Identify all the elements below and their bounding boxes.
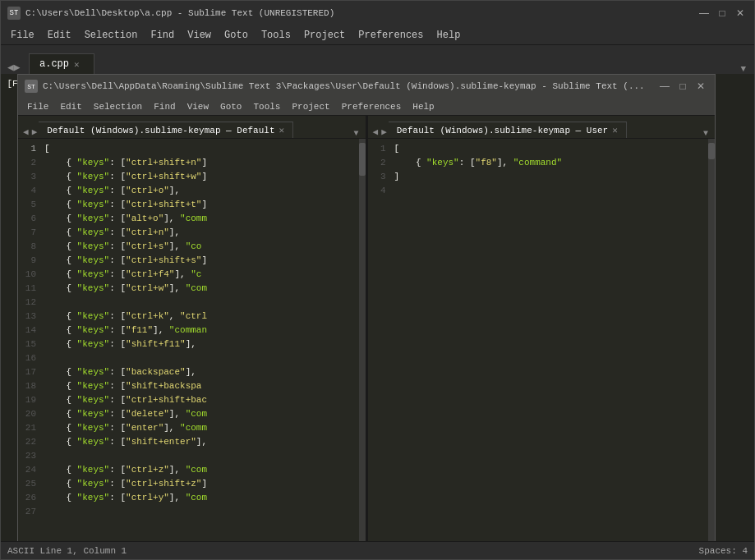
right-pane-content: 1 2 3 4 [ { "keys": ["f8"], "command" ] <box>368 139 716 541</box>
inner-maximize-button[interactable]: □ <box>675 79 690 94</box>
right-pane-code[interactable]: [ { "keys": ["f8"], "command" ] <box>391 139 709 541</box>
right-pane-tab-bar: ◀ ▶ Default (Windows).sublime-keymap — U… <box>368 116 716 139</box>
right-pane-scrollbar[interactable] <box>708 139 715 541</box>
tab-acpp-close[interactable]: ✕ <box>74 59 80 70</box>
menu-edit[interactable]: Edit <box>41 28 78 43</box>
menu-tools[interactable]: Tools <box>255 28 297 43</box>
inner-menu-preferences[interactable]: Preferences <box>336 101 407 112</box>
outer-title-bar: ST C:\Users\Dell\Desktop\a.cpp - Sublime… <box>1 1 754 25</box>
list-item: [ <box>394 142 706 156</box>
inner-editor-container: ◀ ▶ Default (Windows).sublime-keymap — D… <box>18 116 715 541</box>
list-item: { "keys": ["ctrl+z"], "com <box>44 463 356 477</box>
list-item: { "keys": ["alt+o"], "comm <box>44 212 356 226</box>
list-item: { "keys": ["delete"], "com <box>44 407 356 421</box>
menu-view[interactable]: View <box>181 28 218 43</box>
right-pane-dropdown[interactable]: ▼ <box>700 129 711 138</box>
inner-menu-goto[interactable]: Goto <box>214 101 247 112</box>
list-item <box>44 296 356 310</box>
inner-window: ST C:\Users\Dell\AppData\Roaming\Sublime… <box>17 74 716 541</box>
left-pane-tab-close[interactable]: ✕ <box>279 125 285 135</box>
right-pane-nav-right[interactable]: ▶ <box>380 126 389 138</box>
left-pane-scrollbar-thumb <box>359 143 366 176</box>
status-bar-left: ASCII Line 1, Column 1 <box>7 546 127 556</box>
list-item: { "keys": ["f11"], "comman <box>44 324 356 337</box>
right-pane-nav-left[interactable]: ◀ <box>371 126 380 138</box>
maximize-button[interactable]: □ <box>715 6 730 21</box>
right-pane-scrollbar-thumb <box>708 143 715 159</box>
right-pane-tab[interactable]: Default (Windows).sublime-keymap — User … <box>389 122 627 138</box>
list-item: { "keys": ["ctrl+shift+z"] <box>44 477 356 491</box>
left-pane-line-numbers: 1 2 3 4 5 6 7 8 9 10 11 12 13 <box>18 139 41 541</box>
list-item: { "keys": ["ctrl+k", "ctrl <box>44 310 356 324</box>
inner-menu-view[interactable]: View <box>182 101 214 112</box>
status-bar-right: Spaces: 4 <box>699 546 748 556</box>
list-item: { "keys": ["enter"], "comm <box>44 421 356 435</box>
list-item: { "keys": ["ctrl+shift+n"] <box>44 156 356 170</box>
left-pane-content: 1 2 3 4 5 6 7 8 9 10 11 12 13 <box>18 139 366 541</box>
window-controls: — □ ✕ <box>697 6 748 21</box>
outer-window-title: C:\Users\Dell\Desktop\a.cpp - Sublime Te… <box>25 8 334 18</box>
right-pane-tab-close[interactable]: ✕ <box>612 125 618 135</box>
list-item: [ <box>44 142 356 156</box>
app-icon: ST <box>7 7 21 20</box>
inner-app-icon: ST <box>25 80 38 93</box>
menu-selection[interactable]: Selection <box>78 28 145 43</box>
inner-menu-edit[interactable]: Edit <box>54 101 87 112</box>
tab-acpp[interactable]: a.cpp ✕ <box>29 53 94 74</box>
list-item <box>44 505 356 519</box>
inner-menu-help[interactable]: Help <box>407 101 440 112</box>
menu-project[interactable]: Project <box>297 28 352 43</box>
inner-close-button[interactable]: ✕ <box>693 79 708 94</box>
close-button[interactable]: ✕ <box>733 6 748 21</box>
list-item <box>44 351 356 365</box>
inner-menu-find[interactable]: Find <box>148 101 181 112</box>
list-item: { "keys": ["ctrl+s"], "co <box>44 240 356 254</box>
left-pane-nav-left[interactable]: ◀ <box>21 126 30 138</box>
list-item: { "keys": ["shift+backspa <box>44 379 356 393</box>
list-item: { "keys": ["ctrl+shift+bac <box>44 393 356 407</box>
editor-area: 4 5 6 7 8 9 10 11 12 13 #include <iostre… <box>1 74 754 541</box>
inner-minimize-button[interactable]: — <box>657 79 672 94</box>
left-pane-tab-bar: ◀ ▶ Default (Windows).sublime-keymap — D… <box>18 116 366 139</box>
inner-menu-selection[interactable]: Selection <box>88 101 148 112</box>
left-pane-scrollbar[interactable] <box>359 139 366 541</box>
outer-tab-bar: ◀ ▶ a.cpp ✕ ▼ <box>1 45 754 74</box>
left-pane: ◀ ▶ Default (Windows).sublime-keymap — D… <box>18 116 366 541</box>
outer-window: ST C:\Users\Dell\Desktop\a.cpp - Sublime… <box>0 0 755 560</box>
list-item: { "keys": ["backspace"], <box>44 365 356 379</box>
outer-menu-bar: File Edit Selection Find View Goto Tools… <box>1 25 754 45</box>
right-pane-tab-label: Default (Windows).sublime-keymap — User <box>397 126 608 135</box>
menu-preferences[interactable]: Preferences <box>352 28 430 43</box>
list-item: { "keys": ["ctrl+o"], <box>44 184 356 198</box>
list-item: { "keys": ["ctrl+n"], <box>44 226 356 240</box>
left-pane-tab-label: Default (Windows).sublime-keymap — Defau… <box>47 126 274 135</box>
menu-help[interactable]: Help <box>430 28 467 43</box>
menu-find[interactable]: Find <box>144 28 181 43</box>
list-item: { "keys": ["f8"], "command" <box>394 156 706 170</box>
minimize-button[interactable]: — <box>697 6 711 21</box>
inner-window-controls: — □ ✕ <box>657 79 708 94</box>
left-pane-tab[interactable]: Default (Windows).sublime-keymap — Defau… <box>39 122 293 138</box>
list-item: { "keys": ["ctrl+w"], "com <box>44 282 356 296</box>
menu-file[interactable]: File <box>4 28 41 43</box>
list-item <box>394 184 706 198</box>
list-item: { "keys": ["ctrl+y"], "com <box>44 491 356 505</box>
inner-menu-project[interactable]: Project <box>286 101 335 112</box>
inner-menu-tools[interactable]: Tools <box>247 101 286 112</box>
right-pane-line-numbers: 1 2 3 4 <box>368 139 391 541</box>
tab-dropdown-arrow[interactable]: ▼ <box>735 64 751 74</box>
tab-acpp-label: a.cpp <box>39 58 69 70</box>
list-item: { "keys": ["ctrl+shift+t"] <box>44 198 356 212</box>
inner-menu-file[interactable]: File <box>21 101 54 112</box>
nav-arrow-left[interactable]: ◀ <box>7 61 14 74</box>
inner-menu-bar: File Edit Selection Find View Goto Tools… <box>18 98 715 116</box>
list-item: { "keys": ["ctrl+shift+w"] <box>44 170 356 184</box>
left-pane-dropdown[interactable]: ▼ <box>350 129 361 138</box>
list-item: { "keys": ["ctrl+shift+s"] <box>44 254 356 268</box>
list-item: { "keys": ["ctrl+f4"], "c <box>44 268 356 282</box>
left-pane-code[interactable]: [ { "keys": ["ctrl+shift+n"] { "keys": [… <box>41 139 359 541</box>
menu-goto[interactable]: Goto <box>218 28 255 43</box>
left-pane-nav-right[interactable]: ▶ <box>30 126 39 138</box>
nav-arrow-right[interactable]: ▶ <box>14 61 21 74</box>
inner-window-title: C:\Users\Dell\AppData\Roaming\Sublime Te… <box>43 81 645 91</box>
